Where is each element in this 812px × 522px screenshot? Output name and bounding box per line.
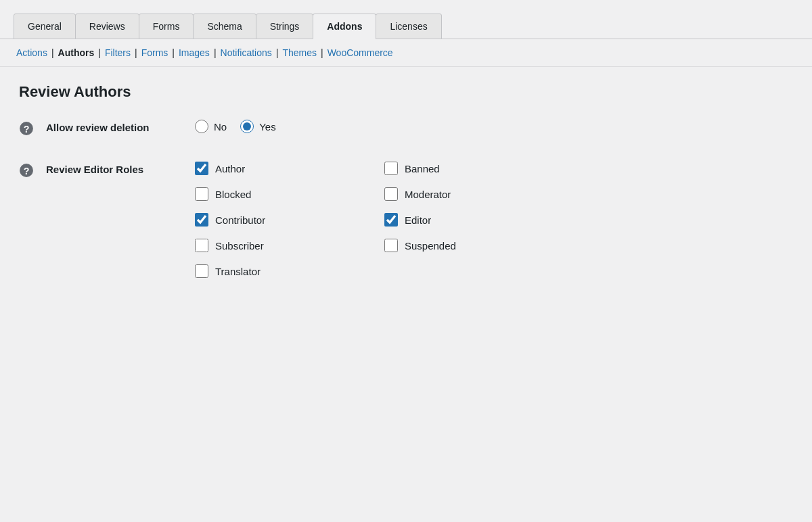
- question-circle-roles-icon: ?: [19, 163, 34, 178]
- radio-yes[interactable]: [240, 120, 254, 133]
- subnav-filters[interactable]: Filters: [105, 47, 131, 58]
- sep-5: |: [214, 47, 217, 58]
- subnav-images[interactable]: Images: [179, 47, 210, 58]
- subnav-forms[interactable]: Forms: [141, 47, 168, 58]
- setting-review-editor-roles: ? Review Editor Roles Author Banned: [19, 162, 793, 278]
- checkbox-author[interactable]: [195, 162, 208, 175]
- tab-schema[interactable]: Schema: [193, 14, 256, 39]
- checkbox-banned-option[interactable]: Banned: [384, 162, 533, 175]
- checkbox-editor-label: Editor: [405, 214, 431, 226]
- page-wrapper: General Reviews Forms Schema Strings Add…: [0, 0, 812, 522]
- sep-3: |: [135, 47, 137, 58]
- tabs-bar: General Reviews Forms Schema Strings Add…: [0, 14, 812, 39]
- radio-yes-label: Yes: [259, 121, 275, 133]
- checkbox-blocked[interactable]: [195, 187, 208, 201]
- svg-text:?: ?: [24, 166, 30, 176]
- checkbox-moderator[interactable]: [384, 187, 398, 201]
- checkbox-suspended-label: Suspended: [405, 240, 456, 252]
- checkbox-moderator-label: Moderator: [405, 189, 451, 200]
- subnav-authors[interactable]: Authors: [58, 47, 95, 58]
- sep-1: |: [51, 47, 54, 58]
- tab-reviews[interactable]: Reviews: [75, 14, 139, 39]
- checkbox-blocked-label: Blocked: [215, 189, 251, 200]
- sub-nav: Actions | Authors | Filters | Forms | Im…: [0, 39, 812, 67]
- setting-allow-review-deletion: ? Allow review deletion No Yes: [19, 120, 793, 140]
- help-icon-deletion: ?: [19, 121, 38, 140]
- tab-licenses[interactable]: Licenses: [376, 14, 441, 39]
- checkbox-contributor[interactable]: [195, 213, 208, 227]
- checkbox-moderator-option[interactable]: Moderator: [384, 187, 533, 201]
- label-review-editor-roles: Review Editor Roles: [46, 162, 195, 175]
- checkbox-subscriber-option[interactable]: Subscriber: [195, 239, 344, 252]
- question-circle-icon: ?: [19, 121, 34, 136]
- sep-7: |: [321, 47, 323, 58]
- sep-2: |: [98, 47, 101, 58]
- radio-yes-option[interactable]: Yes: [240, 120, 275, 133]
- checkbox-subscriber-label: Subscriber: [215, 240, 264, 252]
- controls-allow-review-deletion: No Yes: [195, 120, 276, 133]
- checkbox-suspended[interactable]: [384, 239, 398, 252]
- page-title: Review Authors: [19, 83, 793, 101]
- checkbox-blocked-option[interactable]: Blocked: [195, 187, 344, 201]
- checkbox-author-label: Author: [215, 163, 245, 174]
- subnav-woocommerce[interactable]: WooCommerce: [328, 47, 393, 58]
- sep-4: |: [172, 47, 175, 58]
- tab-forms[interactable]: Forms: [139, 14, 194, 39]
- tab-addons[interactable]: Addons: [313, 14, 376, 39]
- tab-general[interactable]: General: [14, 14, 76, 39]
- checkbox-banned[interactable]: [384, 162, 398, 175]
- checkbox-editor[interactable]: [384, 213, 398, 227]
- checkbox-banned-label: Banned: [405, 163, 440, 174]
- checkbox-author-option[interactable]: Author: [195, 162, 344, 175]
- radio-no[interactable]: [195, 120, 208, 133]
- sep-6: |: [276, 47, 279, 58]
- label-allow-review-deletion: Allow review deletion: [46, 120, 195, 133]
- radio-no-label: No: [214, 121, 227, 133]
- svg-text:?: ?: [24, 124, 30, 135]
- checkbox-grid-roles: Author Banned Blocked Moderator: [195, 162, 533, 278]
- subnav-themes[interactable]: Themes: [282, 47, 317, 58]
- checkbox-translator[interactable]: [195, 264, 208, 278]
- checkbox-translator-option[interactable]: Translator: [195, 264, 344, 278]
- checkbox-contributor-label: Contributor: [215, 214, 265, 226]
- help-icon-roles: ?: [19, 163, 38, 182]
- checkbox-translator-label: Translator: [215, 266, 261, 277]
- controls-review-editor-roles: Author Banned Blocked Moderator: [195, 162, 533, 278]
- subnav-actions[interactable]: Actions: [16, 47, 47, 58]
- tab-strings[interactable]: Strings: [256, 14, 314, 39]
- checkbox-suspended-option[interactable]: Suspended: [384, 239, 533, 252]
- checkbox-contributor-option[interactable]: Contributor: [195, 213, 344, 227]
- subnav-notifications[interactable]: Notifications: [221, 47, 272, 58]
- content-area: Review Authors ? Allow review deletion N…: [0, 67, 812, 316]
- radio-no-option[interactable]: No: [195, 120, 227, 133]
- checkbox-editor-option[interactable]: Editor: [384, 213, 533, 227]
- checkbox-subscriber[interactable]: [195, 239, 208, 252]
